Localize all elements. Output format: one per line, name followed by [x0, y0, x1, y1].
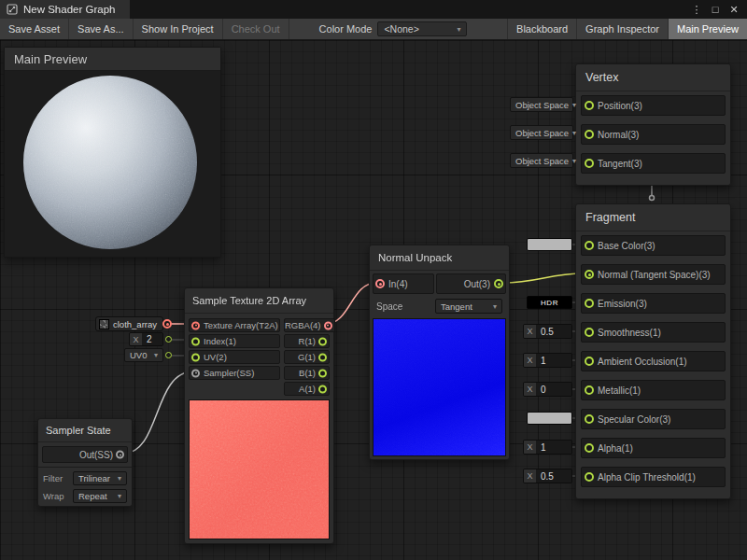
port-out-ss[interactable]	[116, 451, 124, 459]
port-b-out[interactable]	[318, 369, 327, 377]
main-preview-toggle[interactable]: Main Preview	[668, 19, 747, 39]
wrap-dropdown[interactable]: Repeat ▾	[73, 489, 127, 503]
port-metallic-in[interactable]	[585, 385, 594, 395]
filter-row: Filter Trilinear ▾	[43, 470, 127, 485]
show-in-project-button[interactable]: Show In Project	[134, 19, 223, 39]
normal-unpack-node[interactable]: Normal Unpack In(4) Out(3) Space Tangent…	[369, 245, 510, 460]
fragment-row-smoothness: Smoothness(1)	[581, 322, 726, 343]
toolbar-right-group: Blackboard Graph Inspector Main Preview	[507, 19, 747, 39]
port-index-in[interactable]	[191, 337, 200, 345]
preview-sphere[interactable]	[23, 76, 197, 249]
row-r-out: R(1)	[284, 334, 330, 348]
cloth-texture-image	[190, 400, 329, 539]
port-normal-tangent-in[interactable]	[585, 270, 594, 279]
fragment-row-alpha: Alpha(1)	[581, 438, 726, 458]
vertex-row-position: Position(3)	[581, 95, 726, 116]
port-r-out[interactable]	[318, 337, 327, 345]
port-tangent-in[interactable]	[585, 159, 594, 168]
port-ambient-occlusion-in[interactable]	[585, 357, 594, 366]
maximize-icon[interactable]: □	[706, 0, 725, 19]
row-index: Index(1)	[189, 334, 280, 348]
port-alpha-in[interactable]	[585, 443, 594, 453]
x-axis-label: X	[524, 325, 536, 338]
port-position-in[interactable]	[585, 101, 594, 110]
port-texture-array-in[interactable]	[191, 321, 200, 329]
filter-dropdown[interactable]: Trilinear ▾	[73, 471, 127, 485]
shader-graph-window: New Shader Graph ⋮ □ ✕ Save Asset Save A…	[0, 0, 747, 560]
sampler-state-node[interactable]: Sampler State Out(SS) Filter Trilinear ▾…	[37, 418, 133, 507]
base-color-swatch[interactable]	[527, 238, 572, 251]
x-axis-label: X	[524, 469, 536, 483]
main-preview-body	[5, 71, 220, 257]
chevron-down-icon: ▾	[457, 25, 460, 34]
emission-hdr-swatch[interactable]: HDR	[527, 296, 572, 309]
alpha-clip-field[interactable]: X 0.5	[523, 469, 572, 483]
port-g-out[interactable]	[318, 353, 327, 361]
metallic-field[interactable]: X 0	[523, 382, 572, 397]
window-title: New Shader Graph	[23, 4, 115, 15]
vertex-node[interactable]: Vertex Position(3) Normal(3) Tangent(3)	[575, 63, 731, 186]
row-b-out: B(1)	[284, 366, 330, 380]
uv-connector-dot	[165, 352, 172, 358]
port-base-color-in[interactable]	[585, 241, 594, 250]
toolbar: Save Asset Save As... Show In Project Ch…	[0, 19, 747, 40]
port-rgba-out[interactable]	[324, 321, 332, 329]
fragment-rows: Base Color(3) Normal (Tangent Space)(3) …	[576, 231, 730, 498]
port-in4[interactable]	[375, 279, 385, 288]
sample-texture-2d-array-node[interactable]: Sample Texture 2D Array Texture Array(T2…	[184, 287, 334, 544]
cloth-array-property-pill[interactable]: cloth_array	[95, 316, 163, 331]
sample-texture-node-title: Sample Texture 2D Array	[185, 288, 333, 314]
fragment-node[interactable]: Fragment Base Color(3) Normal (Tangent S…	[575, 203, 731, 499]
port-alpha-clip-in[interactable]	[585, 472, 594, 482]
blackboard-toggle[interactable]: Blackboard	[507, 19, 576, 39]
sampler-state-title: Sampler State	[38, 419, 132, 442]
position-space-value: Object Space	[515, 100, 569, 110]
fragment-row-metallic: Metallic(1)	[581, 380, 726, 400]
port-out3[interactable]	[494, 279, 503, 288]
position-space-dropdown[interactable]: Object Space ▾	[510, 97, 573, 112]
fragment-row-label: Base Color(3)	[598, 241, 655, 251]
specular-color-swatch[interactable]	[527, 412, 572, 425]
color-mode-dropdown[interactable]: <None> ▾	[377, 21, 467, 36]
cloth-texture-preview	[189, 399, 330, 539]
port-normal-in[interactable]	[585, 130, 594, 139]
port-sampler-in[interactable]	[191, 369, 200, 377]
tab-new-shader-graph[interactable]: New Shader Graph	[0, 0, 130, 19]
close-icon[interactable]: ✕	[725, 0, 743, 19]
input-label: Index(1)	[204, 336, 236, 346]
output-label: B(1)	[299, 368, 316, 378]
row-texture-array: Texture Array(T2A)	[189, 318, 280, 332]
vertex-row-label: Position(3)	[598, 101, 642, 111]
save-asset-button[interactable]: Save Asset	[0, 19, 69, 39]
uv-channel-dropdown[interactable]: UV0 ▾	[124, 348, 163, 362]
menu-icon[interactable]: ⋮	[687, 0, 706, 19]
save-as-button[interactable]: Save As...	[69, 19, 134, 39]
chevron-down-icon: ▾	[118, 474, 121, 483]
index-value: 2	[142, 333, 162, 345]
graph-inspector-toggle[interactable]: Graph Inspector	[576, 19, 668, 39]
smoothness-value: 0.5	[536, 325, 571, 338]
index-field[interactable]: X 2	[129, 332, 163, 346]
ambient-occlusion-value: 1	[536, 354, 571, 367]
main-preview-title: Main Preview	[5, 48, 220, 71]
sampler-out-row: Out(SS)	[42, 446, 128, 463]
port-smoothness-in[interactable]	[585, 328, 594, 337]
port-a-out[interactable]	[318, 385, 327, 393]
smoothness-field[interactable]: X 0.5	[523, 324, 572, 339]
port-specular-color-in[interactable]	[585, 414, 594, 424]
port-emission-in[interactable]	[585, 299, 594, 308]
ambient-occlusion-field[interactable]: X 1	[523, 353, 572, 368]
fragment-row-normal: Normal (Tangent Space)(3)	[581, 264, 726, 285]
port-cloth-array-out[interactable]	[162, 319, 172, 329]
main-preview-panel: Main Preview	[4, 47, 221, 258]
tangent-space-dropdown[interactable]: Object Space ▾	[510, 153, 573, 168]
normal-space-dropdown[interactable]: Object Space ▾	[510, 125, 573, 140]
uv-channel-value: UV0	[130, 350, 147, 360]
input-label: UV(2)	[204, 352, 227, 362]
space-dropdown[interactable]: Tangent ▾	[435, 299, 502, 314]
fragment-row-label: Ambient Occlusion(1)	[598, 357, 687, 367]
port-uv-in[interactable]	[191, 353, 200, 361]
row-uv: UV(2)	[189, 350, 280, 364]
fragment-row-specular-color: Specular Color(3)	[581, 409, 726, 429]
alpha-field[interactable]: X 1	[523, 440, 572, 455]
